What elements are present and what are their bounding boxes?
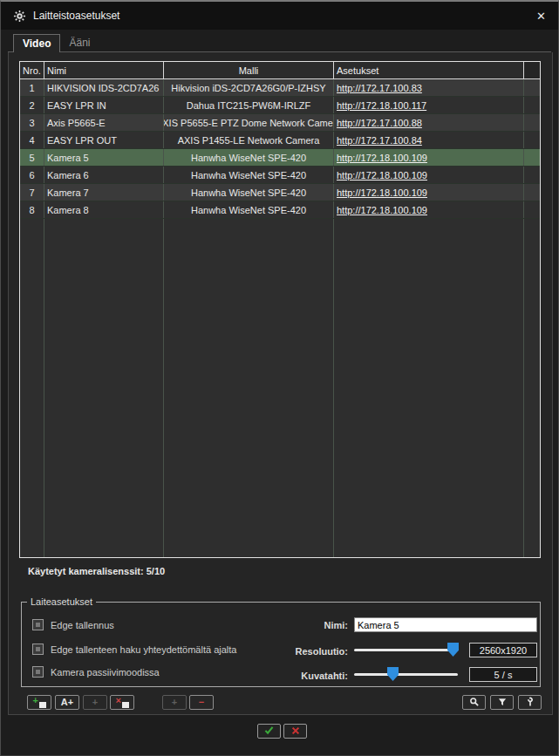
cell-nro: 2 <box>20 97 44 113</box>
filter-button[interactable] <box>490 695 514 710</box>
add-channel-button-disabled: + <box>162 695 187 710</box>
column-line <box>523 219 524 557</box>
passive-mode-checkbox[interactable] <box>32 666 44 678</box>
settings-link[interactable]: http://172.17.100.88 <box>337 118 422 128</box>
passive-mode-label: Kamera passiivimoodissa <box>51 667 160 678</box>
header-nro[interactable]: Nro. <box>20 62 44 78</box>
cancel-x-icon <box>290 724 301 739</box>
auto-add-button[interactable]: A+ <box>55 695 79 710</box>
wrench-button[interactable] <box>518 695 542 710</box>
cell-malli: Hikvision iDS-2CD7A26G0/P-IZHSY <box>164 79 334 96</box>
table-header-row: Nro. Nimi Malli Asetukset <box>20 62 540 79</box>
cell-nimi: Kamera 5 <box>44 149 164 166</box>
header-malli[interactable]: Malli <box>164 62 334 78</box>
wrench-icon <box>525 697 535 709</box>
edge-retrieval-row: Edge tallenteen haku yhteydettömältä aja… <box>32 644 236 655</box>
settings-link[interactable]: http://172.18.100.109 <box>337 170 427 180</box>
cell-filler <box>524 167 540 183</box>
table-row[interactable]: 2 EASY LPR IN Dahua ITC215-PW6M-IRLZF ht… <box>20 97 540 114</box>
header-nimi[interactable]: Nimi <box>44 62 164 78</box>
resolution-slider-track <box>354 649 458 651</box>
table-row[interactable]: 7 Kamera 7 Hanwha WiseNet SPE-420 http:/… <box>20 184 540 201</box>
table-row[interactable]: 6 Kamera 6 Hanwha WiseNet SPE-420 http:/… <box>20 167 540 184</box>
cell-nro: 6 <box>20 167 44 183</box>
table-row[interactable]: 1 HIKVISION IDS-2CD7A26 Hikvision iDS-2C… <box>20 79 540 97</box>
table-empty-area <box>20 219 540 557</box>
settings-link[interactable]: http://172.18.100.117 <box>337 100 426 111</box>
cell-nimi: Axis P5665-E <box>44 114 164 131</box>
header-asetukset[interactable]: Asetukset <box>334 62 524 78</box>
cell-malli: Hanwha WiseNet SPE-420 <box>164 201 334 218</box>
cell-filler <box>524 79 540 96</box>
cell-nro: 4 <box>20 132 44 148</box>
edge-recording-checkbox[interactable] <box>32 619 44 630</box>
framerate-slider-thumb[interactable] <box>387 667 399 681</box>
remove-channel-button[interactable]: − <box>189 695 214 710</box>
table-row[interactable]: 8 Kamera 8 Hanwha WiseNet SPE-420 http:/… <box>20 201 540 219</box>
cell-filler <box>524 132 540 148</box>
edge-retrieval-checkbox[interactable] <box>32 644 44 655</box>
cell-malli: Hanwha WiseNet SPE-420 <box>164 167 334 183</box>
column-line <box>163 219 164 557</box>
camera-table: Nro. Nimi Malli Asetukset 1 HIKVISION ID… <box>19 61 541 558</box>
cell-filler <box>524 114 540 131</box>
cell-nimi: Kamera 8 <box>44 201 164 218</box>
header-filler <box>524 62 540 78</box>
cell-filler <box>524 201 540 218</box>
edge-recording-row: Edge tallennus <box>32 619 114 630</box>
cell-malli: Dahua ITC215-PW6M-IRLZF <box>164 97 334 113</box>
table-row[interactable]: 5 Kamera 5 Hanwha WiseNet SPE-420 http:/… <box>20 149 540 167</box>
settings-link[interactable]: http://172.18.100.109 <box>337 205 427 215</box>
tab-video[interactable]: Video <box>13 34 60 52</box>
titlebar: Laitteistoasetukset ✕ <box>1 2 558 30</box>
settings-link[interactable]: http://172.18.100.109 <box>337 187 427 198</box>
cell-nimi: Kamera 6 <box>44 167 164 183</box>
cell-nro: 5 <box>20 149 44 166</box>
add-device-button[interactable]: + <box>27 695 51 710</box>
remove-device-button[interactable]: × <box>110 695 134 710</box>
passive-mode-row: Kamera passiivimoodissa <box>32 666 160 678</box>
tab-audio[interactable]: Ääni <box>60 34 99 52</box>
close-icon[interactable]: ✕ <box>536 10 546 22</box>
cell-filler <box>524 184 540 201</box>
table-row[interactable]: 4 EASY LPR OUT AXIS P1455-LE Network Cam… <box>20 132 540 149</box>
cancel-button[interactable] <box>283 724 307 739</box>
remove-device-icon: × <box>116 698 129 708</box>
cell-nimi: EASY LPR OUT <box>44 132 164 148</box>
auto-add-label: A+ <box>61 698 73 707</box>
minus-icon: − <box>199 698 204 707</box>
settings-link[interactable]: http://172.17.100.83 <box>337 83 422 93</box>
cell-malli: Hanwha WiseNet SPE-420 <box>164 184 334 201</box>
framerate-label: Kuvatahti: <box>264 671 348 681</box>
column-line <box>333 219 334 557</box>
cell-filler <box>524 149 540 166</box>
settings-link[interactable]: http://172.17.100.84 <box>337 135 422 146</box>
framerate-slider[interactable] <box>354 667 458 681</box>
settings-link[interactable]: http://172.18.100.109 <box>337 153 427 163</box>
tab-bar: Video Ääni <box>8 33 551 52</box>
cell-malli: AXIS P5655-E PTZ Dome Network Came... <box>164 114 334 131</box>
cell-nro: 7 <box>20 184 44 201</box>
video-tab-page: Nro. Nimi Malli Asetukset 1 HIKVISION ID… <box>8 52 553 715</box>
resolution-value: 2560x1920 <box>469 643 537 657</box>
framerate-slider-track <box>354 673 458 676</box>
gear-icon <box>13 10 26 23</box>
framerate-value: 5 / s <box>469 667 537 682</box>
cell-nimi: Kamera 7 <box>44 184 164 201</box>
table-row[interactable]: 3 Axis P5665-E AXIS P5655-E PTZ Dome Net… <box>20 114 540 132</box>
resolution-slider-thumb[interactable] <box>447 643 459 657</box>
resolution-slider[interactable] <box>354 643 458 657</box>
ok-button[interactable] <box>257 724 281 739</box>
device-settings-group: Laiteasetukset Edge tallennus Edge talle… <box>21 596 541 687</box>
cell-nimi: EASY LPR IN <box>44 97 164 113</box>
add-button-disabled: + <box>83 695 107 710</box>
check-icon <box>263 724 275 739</box>
search-button[interactable] <box>462 695 486 710</box>
device-settings-title: Laiteasetukset <box>27 596 96 607</box>
table-body: 1 HIKVISION IDS-2CD7A26 Hikvision iDS-2C… <box>20 79 540 219</box>
hardware-settings-dialog: Laitteistoasetukset ✕ Video Ääni Nro. Ni… <box>0 0 559 756</box>
name-input[interactable] <box>354 617 537 632</box>
cell-nimi: HIKVISION IDS-2CD7A26 <box>44 79 164 96</box>
window-title: Laitteistoasetukset <box>33 10 119 22</box>
plus-icon: + <box>172 698 177 707</box>
